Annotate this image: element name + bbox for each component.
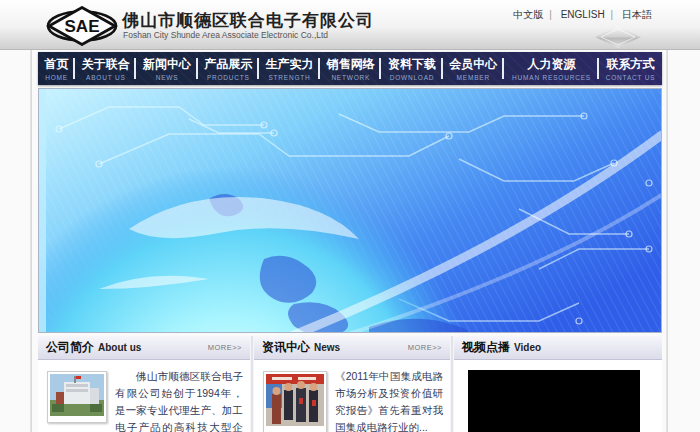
nav-label-zh: 会员中心 [449, 56, 497, 73]
news-section: 资讯中心 News MORE>> [254, 336, 450, 432]
nav-item-about[interactable]: 关于联合 ABOUT US [75, 52, 136, 85]
lang-english-link[interactable]: ENGLISH [561, 9, 605, 20]
nav-label-zh: 产品展示 [204, 56, 252, 73]
nav-item-news[interactable]: 新闻中心 NEWS [136, 52, 197, 85]
video-section: 视频点播 Video [454, 336, 662, 432]
nav-label-en: ABOUT US [86, 74, 126, 81]
lang-separator: | [549, 9, 552, 20]
page: SAE 佛山市顺德区联合电子有限公司 Foshan City Shunde Ar… [0, 0, 700, 432]
main-nav: 首页 HOME 关于联合 ABOUT US 新闻中心 NEWS 产品展示 PRO… [38, 52, 662, 85]
about-section: 公司简介 About us MORE>> [38, 336, 250, 432]
nav-item-download[interactable]: 资料下载 DOWNLOAD [381, 52, 442, 85]
nav-item-human-resources[interactable]: 人力资源 HUMAN RESOURCES [504, 52, 599, 85]
nav-label-zh: 资料下载 [388, 56, 436, 73]
company-name-en: Foshan City Shunde Area Associate Electr… [123, 30, 328, 40]
nav-item-member[interactable]: 会员中心 MEMBER [443, 52, 504, 85]
nav-label-en: STRENGTH [268, 74, 310, 81]
lang-separator: | [611, 9, 614, 20]
metallic-diamond-decoration [595, 26, 641, 52]
lang-japanese-link[interactable]: 日本語 [622, 9, 652, 20]
nav-label-zh: 关于联合 [82, 56, 130, 73]
nav-label-en: HOME [45, 74, 68, 81]
sae-logo[interactable]: SAE [46, 6, 118, 50]
nav-item-products[interactable]: 产品展示 PRODUCTS [198, 52, 259, 85]
news-exhibition-photo[interactable] [263, 371, 327, 432]
nav-label-en: NETWORK [331, 74, 370, 81]
nav-label-zh: 首页 [45, 56, 69, 73]
nav-item-home[interactable]: 首页 HOME [38, 52, 75, 85]
about-more-link[interactable]: MORE>> [208, 343, 242, 352]
nav-label-zh: 联系方式 [607, 56, 655, 73]
nav-label-en: DOWNLOAD [390, 74, 435, 81]
nav-item-network[interactable]: 销售网络 NETWORK [320, 52, 381, 85]
language-switcher: 中文版| ENGLISH| 日本語 [507, 8, 658, 22]
about-title-en: About us [98, 342, 141, 353]
about-section-header: 公司简介 About us MORE>> [38, 336, 250, 360]
left-edge-shadow [30, 0, 32, 432]
nav-label-en: HUMAN RESOURCES [512, 74, 591, 81]
company-building-photo[interactable] [47, 371, 107, 423]
about-title-zh: 公司简介 [46, 339, 94, 356]
nav-label-zh: 人力资源 [528, 56, 576, 73]
video-section-header: 视频点播 Video [454, 336, 662, 360]
nav-item-strength[interactable]: 生产实力 STRENGTH [259, 52, 320, 85]
nav-item-contact[interactable]: 联系方式 CONTACT US [599, 52, 662, 85]
nav-label-en: PRODUCTS [207, 74, 250, 81]
nav-label-zh: 新闻中心 [143, 56, 191, 73]
nav-label-en: CONTACT US [606, 74, 656, 81]
company-name-zh: 佛山市顺德区联合电子有限公司 [122, 9, 374, 32]
nav-label-zh: 销售网络 [327, 56, 375, 73]
about-section-body: 佛山市顺德区联合电子有限公司始创于1994年，是一家专业代理生产、加工电子产品的… [38, 360, 250, 432]
nav-label-zh: 生产实力 [266, 56, 314, 73]
video-title-zh: 视频点播 [462, 339, 510, 356]
hero-banner-circuit-globe [38, 88, 662, 333]
news-title-zh: 资讯中心 [262, 339, 310, 356]
svg-text:SAE: SAE [65, 17, 100, 36]
bottom-sections: 公司简介 About us MORE>> [38, 336, 662, 432]
news-section-body: 《2011年中国集成电路市场分析及投资价值研究报告》首先着重对我国集成电路行业的… [254, 360, 450, 432]
video-title-en: Video [514, 342, 541, 353]
video-player[interactable] [468, 370, 640, 432]
nav-label-en: NEWS [156, 74, 179, 81]
right-edge-shadow [666, 0, 668, 432]
news-section-header: 资讯中心 News MORE>> [254, 336, 450, 360]
lang-chinese-link[interactable]: 中文版 [513, 9, 543, 20]
site-header: SAE 佛山市顺德区联合电子有限公司 Foshan City Shunde Ar… [0, 0, 700, 50]
news-more-link[interactable]: MORE>> [408, 343, 442, 352]
nav-label-en: MEMBER [457, 74, 490, 81]
news-title-en: News [314, 342, 340, 353]
